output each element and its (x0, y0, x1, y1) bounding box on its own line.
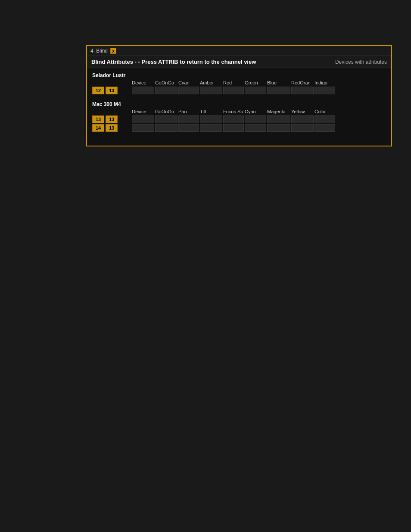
mac300-pan-cell-2 (178, 124, 199, 132)
col-color-2: Color (314, 109, 335, 114)
mac300-channel-pair-1: 13 13 (92, 115, 131, 123)
mac300-magenta-cell-1 (267, 115, 290, 123)
col-cyan-2: Cyan (245, 109, 266, 114)
col-blue-1: Blue (267, 80, 290, 85)
mac300-color-cell-1 (314, 115, 335, 123)
close-button[interactable]: x (110, 48, 116, 54)
mac300-color-cell-2 (314, 124, 335, 132)
blind-window: 4. Blind x Blind Attributes - - Press AT… (86, 45, 392, 146)
mac300-yellow-cell-1 (291, 115, 314, 123)
mac300-row-1: 13 13 (92, 115, 386, 123)
mac300-goongo-cell-2 (155, 124, 177, 132)
mac300-tilt-cell-2 (200, 124, 222, 132)
selador-red-cell-1 (223, 87, 244, 94)
selador-indigo-cell-1 (314, 87, 335, 94)
selador-green-cell-1 (245, 87, 266, 94)
mac300-section: Mac 300 M4 Device GoOnGo Pan Tilt Focus … (92, 101, 386, 132)
mac300-yellow-cell-2 (291, 124, 314, 132)
col-red-1: Red (223, 80, 244, 85)
col-pan-2: Pan (178, 109, 199, 114)
selador-blue-cell-1 (267, 87, 290, 94)
mac300-columns-row: Device GoOnGo Pan Tilt Focus Sp Cyan Mag… (92, 109, 386, 114)
content-area: Selador Lustr Device GoOnGo Cyan Amber R… (87, 68, 391, 146)
selador-goongo-cell-1 (155, 87, 177, 94)
mac300-device-cell-2 (132, 124, 154, 132)
selador-ch1[interactable]: 12 (92, 87, 104, 94)
col-yellow-2: Yellow (291, 109, 314, 114)
mac300-focusp-cell-2 (223, 124, 244, 132)
selador-ch2[interactable]: 13 (106, 87, 118, 94)
devices-with-attributes-label: Devices with attributes (335, 59, 387, 65)
selador-lustr-section: Selador Lustr Device GoOnGo Cyan Amber R… (92, 72, 386, 94)
mac300-ch1-r2[interactable]: 14 (92, 124, 104, 132)
col-amber-1: Amber (200, 80, 222, 85)
mac300-goongo-cell-1 (155, 115, 177, 123)
selador-lustr-name: Selador Lustr (92, 72, 386, 78)
col-tilt-2: Tilt (200, 109, 222, 114)
mac300-device-cell-1 (132, 115, 154, 123)
selador-amber-cell-1 (200, 87, 222, 94)
col-focusp-2: Focus Sp (223, 109, 244, 114)
col-goongo-1: GoOnGo (155, 80, 177, 85)
selador-row-1: 12 13 (92, 87, 386, 94)
col-device-1: Device (132, 80, 154, 85)
mac300-magenta-cell-2 (267, 124, 290, 132)
col-goongo-2: GoOnGo (155, 109, 177, 114)
mac300-cyan-cell-2 (245, 124, 266, 132)
mac300-row-2: 14 13 (92, 124, 386, 132)
mac300-tilt-cell-1 (200, 115, 222, 123)
col-redoran-1: RedOran (291, 80, 314, 85)
mac300-channel-pair-2: 14 13 (92, 124, 131, 132)
header-bar: Blind Attributes - - Press ATTRIB to ret… (87, 56, 391, 68)
selador-redoran-cell-1 (291, 87, 314, 94)
selador-device-cell-1 (132, 87, 154, 94)
selador-cyan-cell-1 (178, 87, 199, 94)
window-title: 4. Blind (90, 48, 108, 54)
mac300-ch1-r1[interactable]: 13 (92, 115, 104, 123)
col-device-2: Device (132, 109, 154, 114)
mac300-name: Mac 300 M4 (92, 101, 386, 107)
selador-channel-pair-1: 12 13 (92, 87, 131, 94)
col-cyan-1: Cyan (178, 80, 199, 85)
col-indigo-1: Indigo (314, 80, 335, 85)
col-magenta-2: Magenta (267, 109, 290, 114)
mac300-pan-cell-1 (178, 115, 199, 123)
header-title: Blind Attributes - - Press ATTRIB to ret… (91, 59, 256, 65)
selador-columns-row: Device GoOnGo Cyan Amber Red Green Blue … (92, 80, 386, 85)
mac300-focusp-cell-1 (223, 115, 244, 123)
title-bar: 4. Blind x (87, 46, 391, 56)
mac300-cyan-cell-1 (245, 115, 266, 123)
mac300-ch2-r2[interactable]: 13 (106, 124, 118, 132)
col-green-1: Green (245, 80, 266, 85)
mac300-ch2-r1[interactable]: 13 (106, 115, 118, 123)
